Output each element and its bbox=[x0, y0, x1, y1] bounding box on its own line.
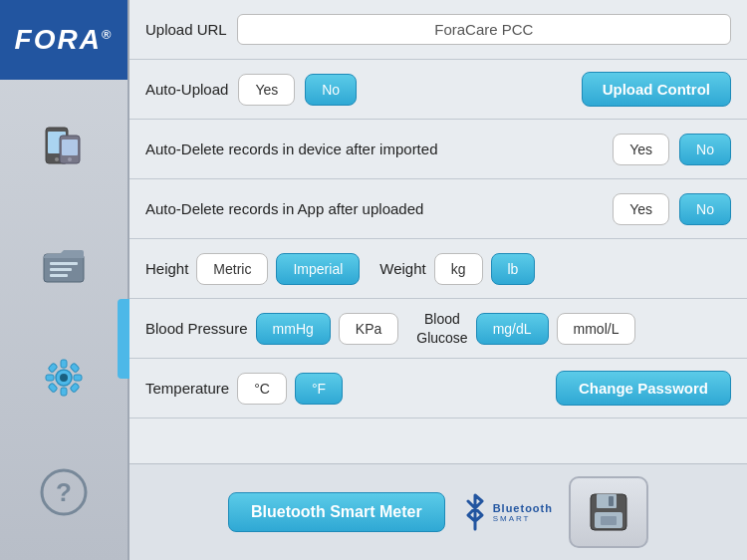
save-icon bbox=[587, 490, 630, 534]
svg-rect-7 bbox=[50, 262, 78, 265]
main-content: Upload URL ForaCare PCC Auto-Upload Yes … bbox=[129, 0, 747, 560]
height-weight-row: Height Metric Imperial Weight kg lb bbox=[129, 239, 747, 299]
auto-upload-row: Auto-Upload Yes No Upload Control bbox=[129, 60, 747, 120]
blood-pressure-label: Blood Pressure bbox=[145, 320, 248, 337]
devices-icon bbox=[38, 122, 90, 173]
auto-upload-label: Auto-Upload bbox=[145, 81, 228, 98]
celsius-button[interactable]: °C bbox=[237, 373, 287, 405]
upload-control-button[interactable]: Upload Control bbox=[582, 72, 731, 107]
auto-delete-device-yes-button[interactable]: Yes bbox=[613, 134, 669, 165]
auto-delete-app-row: Auto-Delete records in App after uploade… bbox=[129, 179, 747, 239]
auto-delete-app-yes-button[interactable]: Yes bbox=[613, 193, 669, 225]
svg-rect-8 bbox=[50, 268, 72, 271]
sidebar-nav: ? bbox=[29, 80, 99, 560]
bluetooth-icon bbox=[461, 491, 489, 533]
mmoll-button[interactable]: mmol/L bbox=[557, 313, 636, 345]
temperature-label: Temperature bbox=[145, 380, 229, 397]
kg-button[interactable]: kg bbox=[434, 253, 483, 285]
upload-url-field[interactable]: ForaCare PCC bbox=[237, 14, 731, 45]
logo-area: FORA® bbox=[0, 0, 127, 80]
bluetooth-wordmark-area: Bluetooth SMART bbox=[493, 502, 553, 523]
mmhg-button[interactable]: mmHg bbox=[256, 313, 331, 345]
logo-text: FORA® bbox=[15, 24, 114, 56]
svg-point-2 bbox=[55, 157, 59, 161]
auto-delete-device-row: Auto-Delete records in device after impo… bbox=[129, 120, 747, 179]
upload-url-label: Upload URL bbox=[145, 21, 227, 38]
blood-pressure-row: Blood Pressure mmHg KPa BloodGlucose mg/… bbox=[129, 299, 747, 359]
bluetooth-wordmark: Bluetooth bbox=[493, 502, 553, 514]
change-password-button[interactable]: Change Password bbox=[556, 371, 731, 406]
svg-rect-12 bbox=[61, 360, 67, 368]
auto-delete-device-no-button[interactable]: No bbox=[679, 134, 731, 165]
sidebar-item-records[interactable] bbox=[29, 227, 99, 297]
auto-delete-device-label: Auto-Delete records in device after impo… bbox=[145, 140, 437, 157]
height-label: Height bbox=[145, 260, 188, 277]
blood-glucose-label: BloodGlucose bbox=[416, 310, 467, 346]
save-button[interactable] bbox=[569, 476, 648, 548]
svg-text:?: ? bbox=[56, 477, 72, 507]
bluetooth-sub: SMART bbox=[493, 514, 531, 523]
svg-rect-9 bbox=[50, 274, 68, 277]
bluetooth-smart-meter-button[interactable]: Bluetooth Smart Meter bbox=[228, 492, 445, 532]
auto-upload-no-button[interactable]: No bbox=[305, 74, 357, 106]
svg-point-5 bbox=[68, 157, 72, 161]
svg-rect-4 bbox=[62, 140, 78, 155]
svg-rect-24 bbox=[609, 496, 614, 506]
settings-icon bbox=[38, 352, 90, 404]
metric-button[interactable]: Metric bbox=[196, 253, 268, 285]
lb-button[interactable]: lb bbox=[491, 253, 536, 285]
svg-rect-26 bbox=[601, 516, 617, 525]
sidebar-item-devices[interactable] bbox=[29, 113, 99, 182]
svg-rect-19 bbox=[70, 383, 80, 393]
imperial-button[interactable]: Imperial bbox=[276, 253, 360, 285]
kpa-button[interactable]: KPa bbox=[339, 313, 398, 345]
svg-rect-16 bbox=[48, 363, 58, 373]
mgdl-button[interactable]: mg/dL bbox=[476, 313, 549, 345]
auto-upload-yes-button[interactable]: Yes bbox=[238, 74, 295, 106]
svg-rect-15 bbox=[74, 375, 82, 381]
fahrenheit-button[interactable]: °F bbox=[295, 373, 343, 405]
auto-delete-app-label: Auto-Delete records in App after uploade… bbox=[145, 200, 423, 217]
svg-point-11 bbox=[60, 374, 68, 382]
auto-delete-app-no-button[interactable]: No bbox=[679, 193, 731, 225]
temperature-row: Temperature °C °F Change Password bbox=[129, 359, 747, 419]
sidebar: FORA® bbox=[0, 0, 129, 560]
svg-rect-13 bbox=[61, 388, 67, 396]
svg-rect-14 bbox=[46, 375, 54, 381]
upload-url-row: Upload URL ForaCare PCC bbox=[129, 0, 747, 60]
bottom-row: Bluetooth Smart Meter Bluetooth SMART bbox=[129, 463, 747, 560]
weight-label: Weight bbox=[379, 260, 425, 277]
sidebar-item-settings[interactable] bbox=[29, 343, 99, 413]
sidebar-item-help[interactable]: ? bbox=[29, 457, 99, 527]
records-icon bbox=[38, 236, 90, 288]
bluetooth-logo: Bluetooth SMART bbox=[461, 491, 553, 533]
svg-rect-18 bbox=[48, 383, 58, 393]
svg-rect-17 bbox=[70, 363, 80, 373]
help-icon: ? bbox=[38, 466, 90, 518]
